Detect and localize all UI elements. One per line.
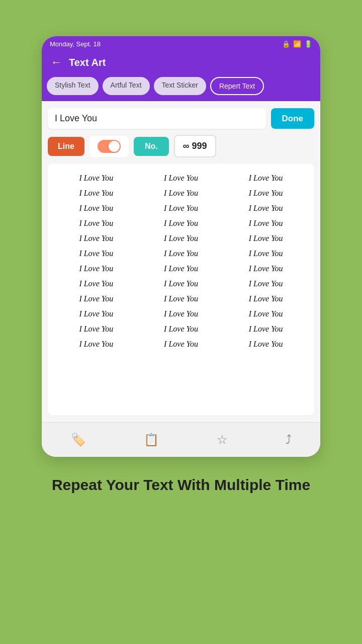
no-button[interactable]: No.	[134, 137, 169, 156]
repeat-cell: I Love You	[246, 187, 286, 200]
repeat-cell: I Love You	[246, 307, 286, 320]
battery-icon: 🔋	[304, 40, 312, 48]
repeat-cell: I Love You	[161, 277, 201, 290]
status-bar: Monday, Sept. 18 🔒 📶 🔋	[42, 36, 320, 51]
tag-icon[interactable]: 🏷️	[63, 430, 94, 450]
repeat-cell: I Love You	[246, 323, 286, 336]
repeat-cell: I Love You	[246, 277, 286, 290]
repeat-cell: I Love You	[161, 323, 201, 336]
lock-icon: 🔒	[282, 40, 290, 48]
back-button[interactable]: ←	[51, 56, 62, 69]
repeat-row: I Love YouI Love YouI Love You	[54, 338, 308, 351]
repeat-row: I Love YouI Love YouI Love You	[54, 307, 308, 320]
repeat-cell: I Love You	[246, 172, 286, 185]
page-title: Text Art	[69, 57, 106, 68]
repeat-cell: I Love You	[161, 262, 201, 275]
status-icons: 🔒 📶 🔋	[282, 40, 312, 48]
repeat-cell: I Love You	[161, 202, 201, 215]
tab-artful[interactable]: Artful Text	[103, 77, 150, 95]
line-button[interactable]: Line	[48, 137, 84, 156]
repeat-grid: I Love YouI Love YouI Love YouI Love You…	[54, 172, 308, 351]
copy-icon[interactable]: 📋	[136, 430, 167, 450]
phone-frame: Monday, Sept. 18 🔒 📶 🔋 ← Text Art Stylis…	[42, 36, 320, 457]
bottom-caption: Repeat Your Text With Multiple Time	[32, 475, 330, 495]
repeat-cell: I Love You	[76, 232, 116, 245]
count-value: 999	[192, 141, 207, 151]
content-area: Done Line No. ∞ 999 I Love YouI Love You…	[42, 101, 320, 422]
repeat-row: I Love YouI Love YouI Love You	[54, 187, 308, 200]
repeat-row: I Love YouI Love YouI Love You	[54, 232, 308, 245]
repeat-cell: I Love You	[76, 307, 116, 320]
repeat-row: I Love YouI Love YouI Love You	[54, 323, 308, 336]
controls-row: Line No. ∞ 999	[48, 135, 314, 157]
input-row: Done	[48, 108, 314, 129]
repeat-cell: I Love You	[246, 232, 286, 245]
repeat-row: I Love YouI Love YouI Love You	[54, 277, 308, 290]
bottom-toolbar: 🏷️ 📋 ☆ ⤴	[42, 422, 320, 457]
repeat-cell: I Love You	[161, 172, 201, 185]
repeat-cell: I Love You	[246, 247, 286, 260]
toggle-container	[89, 136, 129, 157]
tab-repert[interactable]: Repert Text	[210, 77, 264, 95]
repeat-cell: I Love You	[161, 187, 201, 200]
repeat-row: I Love YouI Love YouI Love You	[54, 262, 308, 275]
app-header: ← Text Art	[42, 51, 320, 77]
repeat-cell: I Love You	[161, 338, 201, 351]
repeat-cell: I Love You	[76, 187, 116, 200]
repeat-cell: I Love You	[76, 172, 116, 185]
repeat-cell: I Love You	[76, 292, 116, 305]
repeat-cell: I Love You	[246, 338, 286, 351]
count-prefix: ∞	[183, 141, 192, 151]
repeat-row: I Love YouI Love YouI Love You	[54, 292, 308, 305]
repeat-cell: I Love You	[76, 277, 116, 290]
repeat-cell: I Love You	[161, 307, 201, 320]
repeat-cell: I Love You	[76, 247, 116, 260]
repeat-cell: I Love You	[161, 217, 201, 230]
tab-stylish[interactable]: Stylish Text	[47, 77, 99, 95]
repeat-cell: I Love You	[246, 262, 286, 275]
repeat-cell: I Love You	[161, 247, 201, 260]
status-time: Monday, Sept. 18	[50, 40, 101, 48]
repeat-cell: I Love You	[76, 202, 116, 215]
repeat-cell: I Love You	[161, 292, 201, 305]
repeat-row: I Love YouI Love YouI Love You	[54, 172, 308, 185]
done-button[interactable]: Done	[271, 108, 315, 129]
repeat-cell: I Love You	[246, 292, 286, 305]
repeat-cell: I Love You	[246, 202, 286, 215]
count-display: ∞ 999	[174, 135, 216, 157]
repeat-cell: I Love You	[76, 323, 116, 336]
repeat-area: I Love YouI Love YouI Love YouI Love You…	[48, 164, 314, 415]
repeat-cell: I Love You	[76, 262, 116, 275]
repeat-cell: I Love You	[161, 232, 201, 245]
tab-bar: Stylish Text Artful Text Text Sticker Re…	[42, 77, 320, 101]
repeat-cell: I Love You	[76, 338, 116, 351]
repeat-row: I Love YouI Love YouI Love You	[54, 217, 308, 230]
repeat-cell: I Love You	[246, 217, 286, 230]
repeat-row: I Love YouI Love YouI Love You	[54, 247, 308, 260]
toggle-switch[interactable]	[98, 140, 121, 153]
toggle-knob	[109, 141, 120, 152]
tab-sticker[interactable]: Text Sticker	[154, 77, 206, 95]
signal-icon: 📶	[293, 40, 301, 48]
repeat-row: I Love YouI Love YouI Love You	[54, 202, 308, 215]
star-icon[interactable]: ☆	[209, 430, 236, 450]
text-input[interactable]	[48, 108, 266, 129]
repeat-cell: I Love You	[76, 217, 116, 230]
share-icon[interactable]: ⤴	[278, 430, 300, 450]
